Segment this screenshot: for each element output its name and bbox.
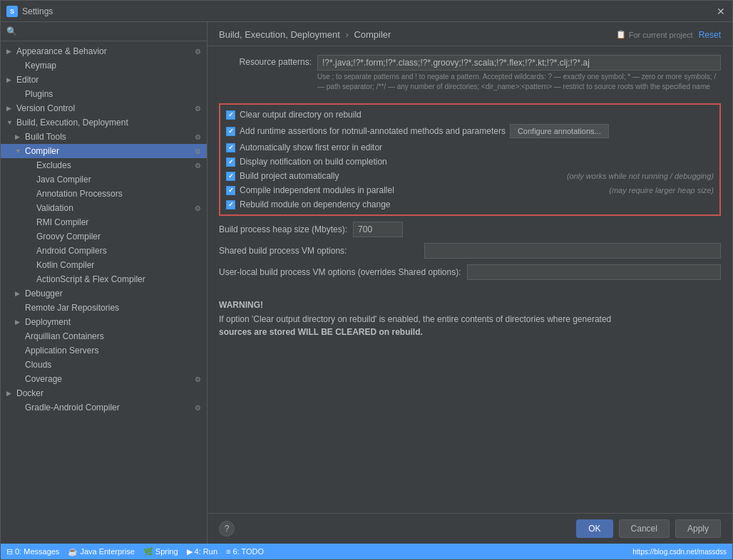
sidebar-item-deployment[interactable]: ▶ Deployment: [1, 315, 207, 329]
warning-title: WARNING!: [219, 300, 721, 310]
sidebar-item-label: Application Servers: [25, 346, 201, 356]
sidebar-item-label: ActionScript & Flex Compiler: [36, 274, 201, 284]
titlebar: S Settings ✕: [1, 1, 732, 22]
todo-icon: ≡: [226, 547, 230, 556]
checkbox-label-compile-parallel: Compile independent modules in parallel: [240, 185, 394, 195]
checkbox-row-build-auto: ✓ Build project automatically (only work…: [226, 169, 714, 183]
sidebar-item-label: Gradle-Android Compiler: [25, 403, 192, 413]
sidebar: 🔍 ▶ Appearance & Behavior ⚙ Keymap ▶ Edi…: [1, 22, 207, 544]
heap-size-row: Build process heap size (Mbytes):: [219, 222, 721, 237]
help-button[interactable]: ?: [219, 521, 235, 536]
sidebar-item-label: Android Compilers: [36, 246, 201, 256]
sidebar-item-label: Keymap: [25, 61, 201, 71]
reset-link[interactable]: Reset: [699, 30, 721, 40]
sidebar-item-appearance[interactable]: ▶ Appearance & Behavior ⚙: [1, 44, 207, 58]
user-vm-input[interactable]: [467, 264, 722, 280]
sidebar-item-actionscript-compiler[interactable]: ActionScript & Flex Compiler: [1, 272, 207, 286]
sidebar-item-label: Excludes: [36, 160, 192, 170]
sidebar-item-label: Docker: [16, 388, 201, 398]
search-input[interactable]: [21, 26, 201, 36]
settings-window: S Settings ✕ 🔍 ▶ Appearance & Behavior ⚙…: [0, 0, 733, 560]
sidebar-item-build-exec[interactable]: ▼ Build, Execution, Deployment: [1, 115, 207, 130]
sidebar-item-arquillian[interactable]: Arquillian Containers: [1, 329, 207, 343]
nav-copy-icon: ⚙: [195, 375, 201, 383]
main-content-area: 🔍 ▶ Appearance & Behavior ⚙ Keymap ▶ Edi…: [1, 22, 732, 544]
sidebar-item-label: Remote Jar Repositories: [25, 303, 201, 313]
status-run: ▶ 4: Run: [187, 547, 217, 556]
sidebar-item-excludes[interactable]: Excludes ⚙: [1, 158, 207, 172]
ok-button[interactable]: OK: [576, 519, 612, 538]
expand-arrow: ▼: [15, 147, 22, 155]
checkbox-row-display-notification: ✓ Display notification on build completi…: [226, 155, 714, 169]
compiler-settings-content: Resource patterns: Use ; to separate pat…: [207, 46, 732, 513]
sidebar-item-annotation-processors[interactable]: Annotation Processors: [1, 187, 207, 201]
java-enterprise-icon: ☕: [68, 547, 78, 556]
warning-text-1: If option 'Clear output directory on reb…: [219, 314, 611, 324]
checkbox-label-display-notification: Display notification on build completion: [240, 157, 387, 167]
sidebar-item-rmi-compiler[interactable]: RMI Compiler: [1, 215, 207, 229]
expand-arrow: ▶: [15, 290, 22, 297]
nav-copy-icon: ⚙: [195, 133, 201, 141]
sidebar-item-label: Arquillian Containers: [25, 331, 201, 341]
checkbox-show-first-error[interactable]: ✓: [226, 143, 235, 152]
sidebar-item-keymap[interactable]: Keymap: [1, 58, 207, 73]
sidebar-item-label: Deployment: [25, 317, 201, 327]
sidebar-item-java-compiler[interactable]: Java Compiler: [1, 172, 207, 187]
close-button[interactable]: ✕: [715, 6, 727, 17]
sidebar-item-label: Build, Execution, Deployment: [16, 118, 201, 128]
sidebar-item-editor[interactable]: ▶ Editor: [1, 73, 207, 87]
checkbox-label-show-first-error: Automatically show first error in editor: [240, 142, 382, 152]
expand-arrow: ▶: [6, 105, 14, 112]
sidebar-item-compiler[interactable]: ▼ Compiler ⚙: [1, 144, 207, 158]
sidebar-item-label: Version Control: [16, 103, 192, 113]
sidebar-item-validation[interactable]: Validation ⚙: [1, 201, 207, 215]
checkbox-row-rebuild-module: ✓ Rebuild module on dependency change: [226, 197, 714, 212]
checkbox-row-runtime-assertions: ✓ Add runtime assertions for notnull-ann…: [226, 122, 714, 140]
app-icon: S: [6, 6, 18, 17]
sidebar-item-groovy-compiler[interactable]: Groovy Compiler: [1, 229, 207, 244]
statusbar: ⊟ 0: Messages ☕ Java Enterprise 🌿 Spring…: [1, 544, 732, 559]
cancel-button[interactable]: Cancel: [619, 519, 670, 538]
main-panel: Build, Execution, Deployment › Compiler …: [207, 22, 732, 544]
checkbox-row-compile-parallel: ✓ Compile independent modules in paralle…: [226, 183, 714, 197]
checkbox-clear-output[interactable]: ✓: [226, 110, 235, 120]
checkbox-build-auto[interactable]: ✓: [226, 172, 235, 181]
sidebar-item-plugins[interactable]: Plugins: [1, 87, 207, 101]
shared-vm-input[interactable]: [424, 243, 721, 259]
configure-annotations-button[interactable]: Configure annotations...: [510, 124, 609, 138]
user-vm-label: User-local build process VM options (ove…: [219, 267, 461, 277]
checkbox-display-notification[interactable]: ✓: [226, 157, 235, 167]
checkbox-compile-parallel[interactable]: ✓: [226, 186, 235, 195]
sidebar-item-clouds[interactable]: Clouds: [1, 358, 207, 372]
sidebar-item-remote-jar[interactable]: Remote Jar Repositories: [1, 301, 207, 315]
checkbox-label-runtime-assertions: Add runtime assertions for notnull-annot…: [240, 126, 506, 136]
checkbox-runtime-assertions[interactable]: ✓: [226, 127, 235, 136]
expand-arrow: ▶: [6, 76, 14, 83]
build-auto-note: (only works while not running / debuggin…: [567, 172, 714, 180]
expand-arrow: ▶: [6, 48, 14, 55]
checkbox-label-build-auto: Build project automatically: [240, 171, 339, 181]
checkbox-label-rebuild-module: Rebuild module on dependency change: [240, 199, 391, 209]
checkbox-rebuild-module[interactable]: ✓: [226, 200, 235, 209]
sidebar-item-build-tools[interactable]: ▶ Build Tools ⚙: [1, 130, 207, 144]
sidebar-item-label: Appearance & Behavior: [16, 46, 192, 56]
sidebar-item-debugger[interactable]: ▶ Debugger: [1, 286, 207, 301]
sidebar-item-app-servers[interactable]: Application Servers: [1, 343, 207, 358]
checkbox-label-clear-output: Clear output directory on rebuild: [240, 110, 362, 120]
heap-size-label: Build process heap size (Mbytes):: [219, 224, 347, 234]
expand-arrow: ▶: [15, 318, 22, 326]
nav-copy-icon: ⚙: [195, 404, 201, 412]
sidebar-item-kotlin-compiler[interactable]: Kotlin Compiler: [1, 258, 207, 272]
spring-icon: 🌿: [143, 547, 153, 556]
sidebar-item-version-control[interactable]: ▶ Version Control ⚙: [1, 101, 207, 115]
sidebar-item-gradle-android[interactable]: Gradle-Android Compiler ⚙: [1, 400, 207, 415]
heap-size-input[interactable]: [353, 222, 403, 237]
apply-button[interactable]: Apply: [675, 519, 721, 538]
sidebar-item-docker[interactable]: ▶ Docker: [1, 386, 207, 400]
sidebar-item-coverage[interactable]: Coverage ⚙: [1, 372, 207, 386]
status-messages-icon: ⊟: [6, 547, 13, 556]
sidebar-item-android-compilers[interactable]: Android Compilers: [1, 244, 207, 258]
warning-box: WARNING! If option 'Clear output directo…: [219, 291, 721, 347]
sidebar-item-label: Annotation Processors: [36, 189, 201, 199]
resource-patterns-input[interactable]: [317, 55, 721, 71]
